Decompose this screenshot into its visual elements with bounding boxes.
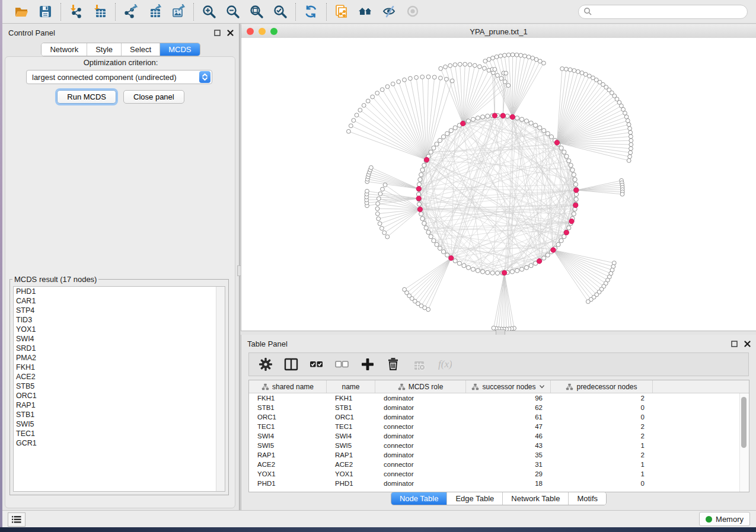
table-row[interactable]: TEC1TEC1connector472 [249,422,749,431]
close-icon[interactable] [226,28,234,37]
table-row[interactable]: ORC1ORC1dominator610 [249,412,749,422]
cell-name: RAP1 [327,451,375,459]
table-row[interactable]: YOX1YOX1connector291 [249,469,749,479]
search-input[interactable] [578,5,748,19]
mcds-result-item[interactable]: TEC1 [14,429,225,438]
minimize-window-button[interactable] [259,28,266,35]
memory-button[interactable]: Memory [699,512,750,526]
mcds-result-item[interactable]: STP4 [14,306,225,315]
column-header-shared-name[interactable]: shared name [249,380,327,393]
table-row[interactable]: PHD1PHD1dominator180 [249,479,749,488]
mcds-result-item[interactable]: SWI5 [14,419,225,429]
save-session-icon[interactable] [37,3,55,21]
hide-unselected-icon[interactable] [381,3,398,21]
mcds-result-item[interactable]: ACE2 [14,372,225,382]
cell-successor-nodes: 31 [466,461,551,468]
add-row-icon[interactable] [359,356,376,373]
close-icon[interactable] [743,339,751,348]
columns-icon[interactable] [283,356,299,373]
tab-select[interactable]: Select [122,43,160,56]
select-all-icon[interactable] [308,356,325,373]
toolbar-group [116,3,193,21]
tab-style[interactable]: Style [87,43,122,56]
network-graph[interactable] [241,38,756,331]
import-table-icon[interactable] [91,3,109,21]
cell-MCDS-role: dominator [375,404,466,411]
mcds-result-item[interactable]: PMA2 [14,353,225,363]
mcds-result-item[interactable]: STB5 [14,382,225,391]
column-header-predecessor-nodes[interactable]: predecessor nodes [551,380,653,393]
cell-successor-nodes: 47 [466,423,551,430]
import-network-icon[interactable] [68,3,85,21]
network-window-titlebar[interactable]: YPA_prune.txt_1 [241,25,756,39]
close-window-button[interactable] [247,28,254,35]
zoom-out-icon[interactable] [224,3,242,21]
column-header-MCDS-role[interactable]: MCDS role [375,380,466,393]
zoom-fit-icon[interactable] [248,3,266,21]
mcds-result-item[interactable]: SRD1 [14,344,225,353]
mcds-result-item[interactable]: RAP1 [14,400,225,410]
zoom-selected-icon[interactable] [272,3,289,21]
tab-network[interactable]: Network [42,43,87,56]
mcds-result-list[interactable]: PHD1CAR1STP4TID3YOX1SWI4SRD1PMA2FKH1ACE2… [13,286,225,492]
optimization-criterion-select[interactable]: largest connected component (undirected) [26,70,212,84]
network-graph-svg[interactable] [241,38,756,331]
cell-successor-nodes: 18 [466,480,551,487]
table-row[interactable]: SWI5SWI5connector431 [249,441,749,450]
float-icon[interactable] [213,28,221,37]
run-mcds-button[interactable]: Run MCDS [57,90,116,104]
mcds-result-box: MCDS result (17 nodes) PHD1CAR1STP4TID3Y… [9,275,229,495]
open-file-icon[interactable] [13,3,31,21]
table-row[interactable]: ACE2ACE2connector311 [249,460,749,469]
mcds-result-item[interactable]: SWI4 [14,334,225,344]
table-header-row: shared namenameMCDS rolesuccessor nodesp… [249,380,749,393]
main-toolbar [2,0,756,24]
cell-MCDS-role: connector [375,461,466,468]
close-panel-button[interactable]: Close panel [123,90,184,104]
zoom-in-icon[interactable] [200,3,218,21]
tab-edge-table[interactable]: Edge Table [447,492,503,505]
tab-network-table[interactable]: Network Table [503,492,569,505]
deselect-all-icon[interactable] [334,356,350,373]
mcds-result-item[interactable]: FKH1 [14,363,225,372]
mcds-result-item[interactable]: CAR1 [14,296,225,306]
table-row[interactable]: RAP1RAP1dominator352 [249,450,749,460]
homes-icon[interactable] [357,3,375,21]
export-network-icon[interactable] [122,3,140,21]
cell-MCDS-role: dominator [375,451,466,459]
network-window-title: YPA_prune.txt_1 [241,27,756,36]
export-image-icon[interactable] [170,3,187,21]
task-history-button[interactable] [8,512,25,527]
tab-motifs[interactable]: Motifs [569,492,606,505]
tab-node-table[interactable]: Node Table [391,492,448,505]
table-row[interactable]: FKH1FKH1dominator962 [249,393,749,403]
mcds-result-item[interactable]: ORC1 [14,391,225,400]
table-row[interactable]: SWI4SWI4dominator462 [249,431,749,441]
mcds-result-scrollbar[interactable] [216,287,225,491]
toolbar-group [194,3,295,21]
column-header-successor-nodes[interactable]: successor nodes [466,380,551,393]
mcds-result-item[interactable]: PHD1 [14,287,225,296]
tab-mcds[interactable]: MCDS [160,43,199,56]
float-icon[interactable] [730,339,738,348]
export-table-icon[interactable] [146,3,164,21]
maximize-window-button[interactable] [270,28,277,35]
table-row[interactable]: STB1STB1dominator620 [249,403,749,412]
control-panel-title: Control Panel [8,28,55,37]
select-stepper-icon [199,71,210,83]
column-header-name[interactable]: name [327,380,375,393]
mcds-result-item[interactable]: YOX1 [14,325,225,334]
mcds-result-item[interactable]: TID3 [14,315,225,325]
clone-network-icon[interactable] [333,3,351,21]
control-panel-tabbar: NetworkStyleSelectMCDS [41,43,200,56]
mcds-result-item[interactable]: GCR1 [14,438,225,448]
table-scrollbar[interactable] [739,393,749,492]
delete-row-icon[interactable] [385,356,401,373]
settings-icon[interactable] [257,356,274,373]
mcds-result-item[interactable]: STB1 [14,410,225,419]
refresh-icon[interactable] [302,3,320,21]
table-toolbar: f(x) [248,352,749,376]
scrollbar-thumb[interactable] [741,397,747,448]
cell-name: SWI5 [327,442,375,449]
network-nodes[interactable] [347,53,633,331]
